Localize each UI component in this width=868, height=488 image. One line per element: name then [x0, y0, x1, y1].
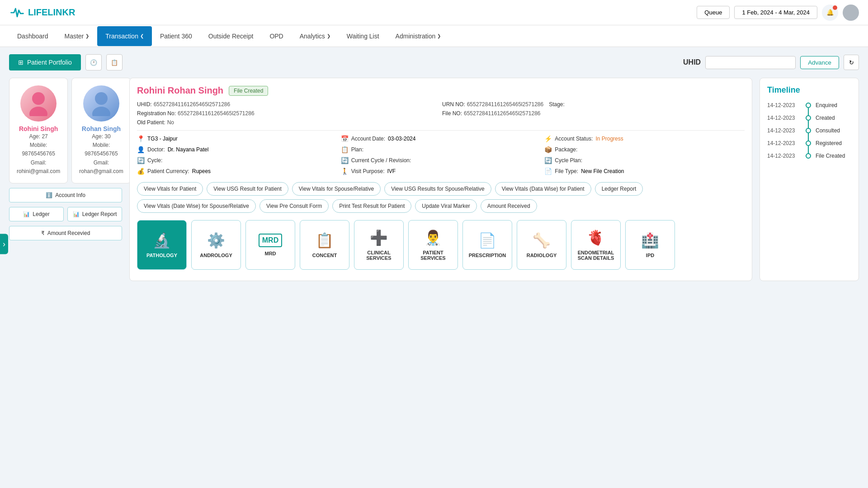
nav-item-analytics[interactable]: Analytics❯ [292, 26, 339, 46]
ledger-report-button[interactable]: 📊 Ledger Report [67, 207, 122, 221]
clipboard-button[interactable]: 📋 [106, 54, 123, 70]
advance-button[interactable]: Advance [800, 56, 839, 69]
service-card-andrology[interactable]: ⚙️ANDROLOGY [191, 220, 241, 270]
patient-mobile: Mobile: 98765456765 [17, 141, 60, 158]
uhid-input[interactable] [705, 56, 796, 69]
package-item: 📦 Package: [544, 146, 745, 153]
nav-item-master[interactable]: Master❯ [57, 26, 98, 46]
file-type-icon: 📄 [544, 168, 552, 175]
service-card-prescription[interactable]: 📄PRESCRIPTION [462, 220, 512, 270]
timeline-dot-0 [806, 103, 811, 108]
timeline-item-1: 14-12-2023Created [767, 115, 851, 121]
quick-actions: View Vitals for PatientView USG Result f… [137, 182, 745, 213]
logo-text: LIFELINKR [28, 7, 75, 18]
queue-button[interactable]: Queue [697, 6, 730, 19]
refresh-button[interactable]: ↻ [844, 55, 859, 70]
timeline-item-3: 14-12-2023Registered [767, 140, 851, 146]
chevron-icon: ❮ [140, 33, 144, 38]
timeline-date-1: 14-12-2023 [767, 115, 801, 121]
quick-action-view-vitals-(date-wise)-for-sp[interactable]: View Vitals (Date Wise) for Spouse/Relat… [137, 199, 256, 213]
center-panel: Rohini Rohan Singh File Created UHID: 65… [129, 78, 752, 281]
currency-item: 💰 Patient Currency: Rupees [137, 168, 337, 175]
plan-icon: 📋 [341, 146, 349, 153]
uhid-label: UHID [683, 58, 701, 66]
timeline-label-2: Consulted [816, 127, 840, 134]
quick-action-update-viral-marker[interactable]: Update Viral Marker [415, 199, 477, 213]
quick-action-view-usg-results-for-spouse/re[interactable]: View USG Results for Spouse/Relative [384, 182, 491, 196]
service-card-concent[interactable]: 📋CONCENT [300, 220, 349, 270]
clock-icon: 🕐 [90, 59, 97, 66]
timeline-label-0: Enquired [816, 102, 837, 108]
account-status-item: ⚡ Account Status: In Progress [544, 135, 745, 142]
patient-portfolio-button[interactable]: ⊞ Patient Portfolio [9, 54, 81, 70]
service-card-pathology[interactable]: 🔬PATHOLOGY [137, 220, 187, 270]
service-card-ipd[interactable]: 🏥IPD [625, 220, 675, 270]
cycle-plan-icon: 🔄 [544, 157, 552, 164]
quick-action-view-vitals-(data-wise)-for-pa[interactable]: View Vitals (Data Wise) for Patient [495, 182, 591, 196]
ipd-label: IPD [646, 253, 654, 258]
timeline-dot-3 [806, 141, 811, 146]
chevron-icon: ❯ [327, 33, 330, 38]
patient-services-label: PATIENT SERVICES [413, 250, 453, 261]
concent-label: CONCENT [312, 253, 337, 258]
mrd-label: MRD [264, 251, 276, 256]
quick-action-view-vitals-for-spouse/relativ[interactable]: View Vitals for Spouse/Relative [292, 182, 381, 196]
history-button[interactable]: 🕐 [85, 54, 102, 70]
calendar-icon: 📅 [341, 135, 349, 142]
visit-purpose-value: IVF [387, 168, 396, 174]
quick-action-view-pre-consult-form[interactable]: View Pre Consult Form [259, 199, 329, 213]
patient-header: Rohini Rohan Singh File Created [137, 85, 745, 96]
nav-item-administration[interactable]: Administration❯ [387, 26, 449, 46]
portfolio-icon: ⊞ [18, 59, 24, 66]
radiology-icon: 🦴 [533, 232, 551, 249]
spouse-email: Gmail: rohan@gmail.com [79, 159, 123, 176]
quick-action-view-usg-result-for-patient[interactable]: View USG Result for Patient [207, 182, 288, 196]
toolbar: ⊞ Patient Portfolio 🕐 📋 UHID Advance ↻ [9, 54, 859, 70]
nav-items: DashboardMaster❯Transaction❮Patient 360O… [9, 26, 449, 46]
patient-pair: Rohini Singh Age: 27 Mobile: 98765456765… [9, 78, 122, 183]
amount-received-button[interactable]: ₹ Amount Recevied [9, 226, 122, 240]
service-card-endometrial-scan-details[interactable]: 🫀ENDOMETRIAL SCAN DETAILS [571, 220, 621, 270]
notification-button[interactable]: 🔔 [822, 5, 838, 21]
date-range: 1 Feb, 2024 - 4 Mar, 2024 [734, 6, 817, 19]
ledger-icon: 📊 [23, 211, 30, 217]
patient-email: Gmail: rohini@gmail.com [17, 159, 60, 176]
nav-item-transaction[interactable]: Transaction❮ [97, 26, 152, 46]
user-avatar-button[interactable] [843, 5, 859, 21]
ledger-row: 📊 Ledger 📊 Ledger Report [9, 207, 122, 221]
nav-item-waiting-list[interactable]: Waiting List [339, 26, 387, 46]
nav-item-patient-360[interactable]: Patient 360 [152, 26, 200, 46]
patient-age: Age: 27 [17, 132, 60, 141]
patient-info-grid: UHID: 655272841161265465l2571286 URN NO:… [137, 101, 745, 126]
service-card-clinical-services[interactable]: ➕CLINICAL SERVICES [354, 220, 404, 270]
logo-icon [9, 5, 25, 21]
pathology-label: PATHOLOGY [146, 253, 177, 258]
ledger-button[interactable]: 📊 Ledger [9, 207, 64, 221]
quick-action-ledger-report[interactable]: Ledger Report [595, 182, 643, 196]
navigation: DashboardMaster❯Transaction❮Patient 360O… [0, 25, 868, 47]
urn-value: 655272841161265465l2571286 [467, 101, 544, 108]
account-date-item: 📅 Account Date: 03-03-2024 [341, 135, 541, 142]
service-card-patient-services[interactable]: 👨‍⚕️PATIENT SERVICES [408, 220, 458, 270]
timeline-dot-1 [806, 115, 811, 121]
nav-item-outside-receipt[interactable]: Outside Receipt [200, 26, 262, 46]
account-date-value: 03-03-2024 [388, 136, 415, 142]
location-item: 📍 TG3 - Jaipur [137, 135, 337, 142]
timeline-date-2: 14-12-2023 [767, 127, 801, 134]
timeline-panel: Timeline 14-12-2023Enquired14-12-2023Cre… [760, 78, 859, 281]
nav-item-opd[interactable]: OPD [261, 26, 291, 46]
doctor-value: Dr. Nayana Patel [168, 146, 209, 153]
patient-avatar [20, 85, 57, 122]
service-card-mrd[interactable]: MRDMRD [245, 220, 295, 270]
timeline-item-0: 14-12-2023Enquired [767, 102, 851, 108]
service-card-radiology[interactable]: 🦴RADIOLOGY [517, 220, 566, 270]
svg-point-3 [92, 107, 110, 116]
main-content: ⊞ Patient Portfolio 🕐 📋 UHID Advance ↻ [0, 47, 868, 288]
radiology-label: RADIOLOGY [527, 253, 557, 258]
account-info-button[interactable]: ℹ️ Account Info [9, 188, 122, 202]
quick-action-amount-received[interactable]: Amount Received [481, 199, 537, 213]
side-expand-tab[interactable]: › [0, 234, 8, 254]
quick-action-view-vitals-for-patient[interactable]: View Vitals for Patient [137, 182, 203, 196]
nav-item-dashboard[interactable]: Dashboard [9, 26, 57, 46]
quick-action-print-test-result-for-patient[interactable]: Print Test Result for Patient [332, 199, 411, 213]
